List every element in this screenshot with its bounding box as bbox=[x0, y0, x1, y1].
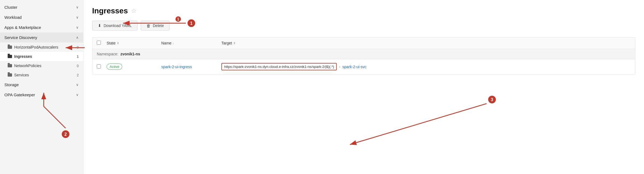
sidebar-item-services[interactable]: Services 2 bbox=[0, 70, 83, 80]
item-count: 2 bbox=[73, 73, 79, 77]
sidebar-item-network-policies[interactable]: NetworkPolicies 0 bbox=[0, 61, 83, 70]
folder-icon bbox=[8, 73, 12, 77]
table-row: Active spark-2-ui-ingress https://spark-… bbox=[92, 59, 635, 74]
sidebar-item-hpa[interactable]: HorizontalPodAutoscalers 0 bbox=[0, 43, 83, 52]
sidebar-item-cluster[interactable]: Cluster ∨ bbox=[0, 2, 83, 12]
item-count: 1 bbox=[73, 55, 79, 59]
target-url: https://spark-zvonik1-ns.dyn.cloud.e-inf… bbox=[221, 63, 337, 70]
folder-icon bbox=[8, 46, 12, 49]
namespace-value: zvonik1-ns bbox=[120, 52, 140, 56]
sort-icon-target: ⇕ bbox=[233, 41, 236, 45]
sidebar-item-label: Storage bbox=[4, 82, 19, 87]
delete-label: Delete bbox=[153, 23, 164, 28]
chevron-down-icon: ∨ bbox=[76, 25, 79, 29]
col-target-label: Target bbox=[221, 41, 232, 45]
chevron-down-icon: ∨ bbox=[76, 83, 79, 87]
row-target-cell: https://spark-zvonik1-ns.dyn.cloud.e-inf… bbox=[221, 63, 631, 70]
sidebar-item-storage[interactable]: Storage ∨ bbox=[0, 80, 83, 90]
chevron-down-icon: ∨ bbox=[76, 5, 79, 9]
page-header: Ingresses ☆ bbox=[92, 7, 635, 15]
sidebar-item-label: Cluster bbox=[4, 5, 17, 10]
status-badge: Active bbox=[107, 64, 122, 70]
sidebar-item-workload[interactable]: Workload ∨ bbox=[0, 12, 83, 22]
download-yaml-label: Download YAML bbox=[104, 23, 132, 28]
col-header-name[interactable]: Name ↓ bbox=[161, 41, 221, 45]
sidebar-item-label: OPA Gatekeeper bbox=[4, 92, 35, 97]
select-all-checkbox[interactable] bbox=[97, 41, 101, 45]
row-name-cell: spark-2-ui-ingress bbox=[161, 65, 221, 69]
chevron-down-icon: ∨ bbox=[76, 15, 79, 19]
target-svc-link[interactable]: spark-2-ui-svc bbox=[343, 65, 367, 69]
chevron-down-icon: ∨ bbox=[76, 93, 79, 97]
main-content: Ingresses ☆ ⬇ Download YAML 🗑 Delete Sta… bbox=[83, 0, 644, 174]
page-title: Ingresses bbox=[92, 7, 128, 15]
chevron-right-icon: › bbox=[339, 65, 340, 69]
row-checkbox-cell bbox=[97, 64, 107, 69]
sidebar-item-service-discovery[interactable]: Service Discovery ∧ bbox=[0, 32, 83, 43]
sidebar-item-label: Workload bbox=[4, 15, 22, 20]
download-icon: ⬇ bbox=[98, 23, 101, 28]
sidebar: Cluster ∨ Workload ∨ Apps & Marketplace … bbox=[0, 0, 83, 174]
item-count: 0 bbox=[73, 64, 79, 68]
subitem-label: Ingresses bbox=[14, 54, 32, 59]
sidebar-item-label: Service Discovery bbox=[4, 35, 37, 40]
subitem-label: Services bbox=[14, 73, 29, 77]
toolbar: ⬇ Download YAML 🗑 Delete bbox=[92, 21, 635, 31]
table-header: State ⇕ Name ↓ Target ⇕ bbox=[92, 37, 635, 49]
folder-icon bbox=[8, 64, 12, 67]
subitem-label: NetworkPolicies bbox=[14, 64, 42, 68]
star-icon[interactable]: ☆ bbox=[131, 7, 137, 14]
folder-icon bbox=[8, 55, 12, 58]
col-header-target[interactable]: Target ⇕ bbox=[221, 41, 631, 45]
chevron-up-icon: ∧ bbox=[76, 35, 79, 40]
row-state-cell: Active bbox=[107, 64, 161, 70]
delete-button[interactable]: 🗑 Delete bbox=[141, 21, 169, 31]
sort-icon-state: ⇕ bbox=[117, 41, 119, 45]
trash-icon: 🗑 bbox=[147, 23, 151, 28]
sort-icon-name: ↓ bbox=[172, 41, 174, 45]
col-header-state[interactable]: State ⇕ bbox=[107, 41, 161, 45]
download-yaml-button[interactable]: ⬇ Download YAML bbox=[92, 21, 137, 31]
namespace-label: Namespace: bbox=[97, 52, 118, 56]
col-state-label: State bbox=[107, 41, 116, 45]
sidebar-item-ingresses[interactable]: Ingresses 1 bbox=[0, 52, 83, 61]
sidebar-item-apps-marketplace[interactable]: Apps & Marketplace ∨ bbox=[0, 22, 83, 32]
row-select-checkbox[interactable] bbox=[97, 64, 101, 68]
col-name-label: Name bbox=[161, 41, 171, 45]
item-count: 0 bbox=[73, 45, 79, 49]
namespace-row: Namespace: zvonik1-ns bbox=[92, 49, 635, 59]
ingresses-table: State ⇕ Name ↓ Target ⇕ Namespace: zvoni… bbox=[92, 37, 635, 74]
header-checkbox-cell bbox=[97, 41, 107, 46]
sidebar-item-label: Apps & Marketplace bbox=[4, 25, 41, 30]
sidebar-item-opa-gatekeeper[interactable]: OPA Gatekeeper ∨ bbox=[0, 90, 83, 100]
ingress-name-link[interactable]: spark-2-ui-ingress bbox=[161, 65, 192, 69]
subitem-label: HorizontalPodAutoscalers bbox=[14, 45, 58, 49]
